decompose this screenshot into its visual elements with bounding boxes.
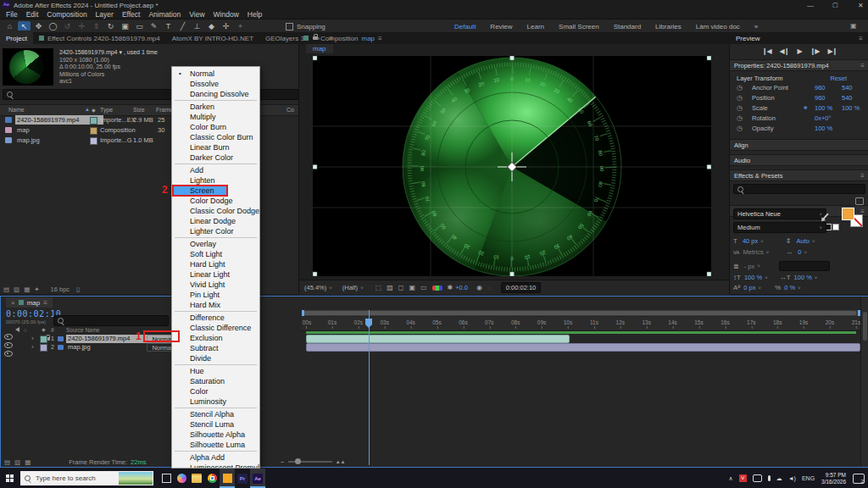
ruler-tick[interactable]: 01s — [328, 319, 337, 325]
property-value[interactable]: 540 — [842, 83, 853, 93]
menu-item[interactable]: Effect — [118, 10, 145, 19]
blend-menu-entry[interactable]: • Silhouette Alpha — [172, 430, 259, 440]
blend-menu-entry[interactable]: • Hard Light — [172, 259, 259, 269]
motion-blur-icon[interactable]: ▥ — [14, 458, 20, 466]
ruler-tick[interactable]: 06s — [459, 319, 467, 325]
white-swatch[interactable] — [832, 224, 839, 230]
interpret-footage-icon[interactable]: ▤ — [3, 286, 9, 293]
work-area-bar[interactable] — [306, 331, 856, 334]
tsume-value[interactable]: - px — [744, 263, 755, 270]
ruler-tick[interactable]: 05s — [432, 319, 441, 325]
adjust-exposure-icon[interactable]: ✱ — [448, 284, 453, 291]
blend-mode-item[interactable]: • Divide — [172, 353, 259, 363]
ruler-tick[interactable]: 11s — [590, 319, 598, 325]
blend-menu-entry[interactable]: • Exclusion — [172, 333, 259, 343]
search-highlight-image[interactable] — [119, 472, 153, 485]
new-folder-icon[interactable]: ▥ — [14, 286, 19, 293]
stopwatch-icon[interactable]: ◷ — [737, 114, 743, 122]
label-column-icon[interactable]: ◆ — [92, 107, 96, 113]
proportional-spacing-value[interactable]: 0 % — [784, 284, 795, 291]
snapshot-icon[interactable]: ◉ — [476, 284, 482, 291]
column-type[interactable]: Type — [100, 107, 113, 113]
layer-duration-bar[interactable] — [306, 335, 570, 343]
timeline-zoom-control[interactable]: − ▲▲ — [281, 458, 346, 466]
close-tab-icon[interactable]: × — [11, 299, 15, 307]
ruler-tick[interactable]: 07s — [485, 319, 493, 325]
blend-menu-entry[interactable]: • Linear Burn — [172, 142, 259, 152]
blend-mode-item[interactable]: • Linear Light — [172, 269, 259, 280]
menu-item[interactable]: Layer — [92, 10, 118, 19]
label-swatch[interactable] — [90, 127, 97, 135]
blend-mode-item[interactable]: • Stencil Luma — [172, 419, 259, 430]
ruler-tick[interactable]: 21s — [852, 319, 860, 325]
effects-presets-search-input[interactable] — [733, 184, 865, 194]
reset-button[interactable]: Reset — [830, 75, 847, 82]
blend-menu-entry[interactable]: • Lighter Color — [172, 226, 259, 236]
stopwatch-icon[interactable]: ◷ — [737, 94, 743, 102]
property-value[interactable]: 100 % — [842, 103, 860, 114]
layer-name[interactable]: map.jpg — [66, 343, 147, 352]
snapping-toggle[interactable]: Snapping — [286, 23, 326, 30]
transport-button[interactable]: ❙▶ — [810, 47, 820, 55]
task-view-button[interactable] — [159, 469, 174, 488]
blend-menu-entry[interactable]: • Linear Light — [172, 269, 259, 280]
blend-menu-entry[interactable]: • Dancing Dissolve — [172, 89, 259, 99]
property-value[interactable]: 960 — [815, 83, 826, 93]
blend-menu-entry[interactable]: • Alpha Add — [172, 451, 259, 463]
workspace-tab[interactable]: Standard — [614, 23, 641, 30]
ruler-tick[interactable]: 15s — [694, 319, 703, 325]
volume-icon[interactable]: ◄) — [788, 475, 796, 481]
delete-icon[interactable]: ▯ — [76, 286, 80, 293]
font-size-value[interactable]: 40 px — [743, 237, 758, 245]
new-composition-icon[interactable]: ▦ — [24, 286, 30, 293]
ruler-tick[interactable]: 19s — [799, 319, 808, 325]
blend-menu-entry[interactable]: • Pin Light — [172, 290, 259, 300]
blend-mode-item[interactable]: • Soft Light — [172, 249, 259, 259]
tray-app-icon[interactable]: V — [739, 474, 747, 482]
timeline-menu-icon[interactable]: ≡ — [43, 299, 47, 307]
blend-mode-item[interactable]: • Stencil Alpha — [172, 409, 259, 419]
layer-duration-bar[interactable] — [306, 343, 860, 352]
blend-menu-entry[interactable]: • Luminosity — [172, 396, 259, 407]
mask-toggle-icon[interactable]: ◻ — [398, 284, 404, 291]
timeline-search-input[interactable] — [53, 315, 169, 326]
transport-button[interactable]: ▶❙ — [827, 47, 837, 55]
viewer-comp-tab[interactable]: map — [306, 44, 333, 53]
blend-menu-entry[interactable]: • Color Dodge — [172, 196, 259, 206]
blend-menu-entry[interactable]: • Hard Mix — [172, 300, 259, 310]
zoom-out-icon[interactable]: − — [281, 458, 285, 466]
composition-canvas[interactable]: 0102030405060708090807060504030201001020… — [313, 56, 711, 276]
solo-column-icon[interactable]: ○ — [24, 326, 27, 334]
navigator-start-cap[interactable] — [302, 310, 304, 316]
blend-mode-item[interactable]: • Classic Color Dodge — [172, 206, 259, 216]
blend-mode-item[interactable]: • Color — [172, 386, 259, 396]
blend-mode-item[interactable]: • Saturation — [172, 376, 259, 386]
taskbar-app-copilot[interactable] — [174, 469, 189, 488]
menu-item[interactable]: Edit — [22, 10, 43, 19]
expand-arrow-icon[interactable]: › — [31, 343, 34, 352]
property-value[interactable]: 0x+0° — [815, 114, 831, 124]
exposure-value[interactable]: +0.0 — [455, 284, 468, 291]
font-family-dropdown[interactable]: Helvetica Neue˅ — [733, 208, 826, 219]
blend-mode-item[interactable]: • Hard Light — [172, 259, 259, 269]
zoom-slider[interactable] — [288, 461, 332, 463]
preview-tab[interactable]: Preview ≡ — [736, 32, 868, 44]
layer-label-swatch[interactable] — [40, 344, 47, 352]
notification-center-icon[interactable]: 2 — [853, 474, 865, 484]
properties-panel-menu-icon[interactable]: ≡ — [860, 62, 865, 69]
blend-mode-item[interactable]: • Normal — [172, 69, 259, 79]
taskbar-app-sticky-notes[interactable] — [220, 469, 235, 488]
tracking-value[interactable]: 0 — [798, 248, 801, 256]
color-depth[interactable]: 16 bpc — [51, 286, 70, 293]
blend-menu-entry[interactable]: • Classic Difference — [172, 323, 259, 333]
blend-mode-item[interactable]: • Luminosity — [172, 396, 259, 407]
menu-item[interactable]: Composition — [42, 10, 91, 19]
blend-menu-entry[interactable]: • Hue — [172, 364, 259, 376]
blend-mode-item[interactable]: • Lighter Color — [172, 226, 259, 236]
taskbar-search-input[interactable]: Type here to search — [20, 471, 153, 485]
blend-mode-item[interactable]: • Screen — [172, 186, 259, 196]
ruler-tick[interactable]: 12s — [616, 319, 625, 325]
blend-menu-entry[interactable]: • Darker Color — [172, 152, 259, 163]
workspace-tab[interactable]: Làm video doc — [696, 23, 740, 30]
channel-select-icon[interactable] — [432, 286, 442, 291]
